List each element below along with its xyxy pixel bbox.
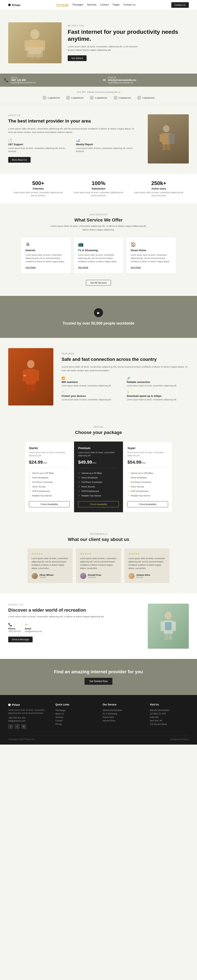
svg-point-7 [163, 125, 170, 132]
packages-tag: PRICING [8, 426, 189, 428]
footer-link-contact[interactable]: Contact [55, 719, 94, 722]
footer-visit-link-0[interactable]: Website Monetization [150, 708, 189, 712]
premium-name: Premium [78, 447, 119, 450]
stat-users-label: Active users [133, 187, 185, 190]
internet-view-detail-link[interactable]: View Detail [26, 266, 36, 269]
contact-image [148, 604, 189, 649]
brand-logo[interactable]: Priver [8, 3, 21, 7]
check-icon: ✓ [29, 480, 31, 484]
hero-email-item[interactable]: ✉ Email Us info@priverowebsite.inc suppo… [98, 73, 197, 87]
service-card-tv: 📺 TV & Streaming Lorem ipsum dolor sit a… [74, 238, 123, 273]
nav-homepage[interactable]: Homepage [56, 3, 69, 6]
testimonials-tag: TESTIMONIALS [8, 533, 189, 535]
footer-logo: Priver [8, 703, 47, 706]
premium-features: ✓Internet up to 50 Mbps ✓Home Broadband … [78, 471, 119, 498]
super-availability-button[interactable]: Check Availability [127, 501, 168, 508]
footer-service-link-0[interactable]: Website Monetization [103, 708, 142, 712]
hero-email-info: Email Us info@priverowebsite.inc support… [108, 76, 136, 84]
see-all-services-button[interactable]: See All Services [86, 280, 111, 286]
footer-link-about[interactable]: About Us [55, 712, 94, 716]
contact-tag: CONTACT US [8, 604, 139, 606]
footer-visit-link-1[interactable]: 123 Main St, NYC [150, 712, 189, 716]
nav-pages[interactable]: Pages [113, 3, 120, 6]
premium-desc: Lorem ipsum dolor sit amet, consectetur … [78, 451, 119, 457]
footer-visit-link-2[interactable]: Suite 500 [150, 716, 189, 719]
play-button[interactable]: ▶ [94, 308, 103, 317]
footer-link-homepage[interactable]: Homepage [55, 708, 94, 712]
featured-point-reliable: 🔗 Reliable connection Lorem ipsum dolor … [127, 377, 189, 387]
svg-rect-11 [163, 145, 166, 150]
starter-availability-button[interactable]: Check Availability [29, 501, 70, 508]
check-icon: ✓ [29, 476, 31, 479]
partner-2-name: Logoipsum [71, 97, 83, 99]
starter-desc: Lorem ipsum dolor sit amet, consectetur … [29, 451, 70, 457]
hero-cta-button[interactable]: Get Started [68, 55, 86, 61]
footer-service-link-3[interactable]: Internet Plans [103, 719, 142, 722]
partner-4-icon [114, 96, 118, 100]
nav-careers[interactable]: Careers [100, 3, 109, 6]
phone-method-value: +987 654 321 [8, 630, 21, 633]
list-item: ✓Internet up to 150 Mbps [29, 471, 70, 475]
super-price: $54.99/mo [127, 460, 168, 465]
super-desc: Lorem ipsum dolor sit amet, consectetur … [127, 451, 168, 457]
testimonial-1-author: Olivia Wilson Designer [32, 573, 69, 579]
hero-person-illustration [22, 26, 47, 59]
tv-view-detail-link[interactable]: View Detail [78, 266, 88, 269]
footer-quicklinks-title: Quick Links [55, 703, 94, 706]
svg-rect-25 [173, 621, 176, 631]
partner-1: Logoipsum [42, 96, 60, 100]
check-icon: ✓ [127, 480, 130, 484]
testimonial-2-text: Lorem ipsum dolor sit amet, consectetur … [80, 557, 117, 570]
hero-image-placeholder [8, 22, 62, 63]
check-icon: ✓ [127, 490, 130, 493]
services-description: Lorem ipsum dolor sit amet, consectetur … [47, 224, 150, 232]
premium-availability-button[interactable]: Check Availability [78, 501, 119, 508]
check-icon: ✓ [127, 472, 130, 474]
partner-4-name: Logoipsum [119, 97, 131, 99]
packages-grid: Starter Lorem ipsum dolor sit amet, cons… [25, 441, 172, 512]
tv-service-desc: Lorem ipsum dolor sit amet, consectetur … [78, 253, 119, 263]
cta-get-started-button[interactable]: Get Started Now [85, 678, 113, 685]
linkedin-social-button[interactable]: in [21, 724, 26, 729]
check-icon: ✓ [78, 490, 80, 493]
nav-services[interactable]: Services [87, 3, 96, 6]
send-message-button[interactable]: Send a Message [8, 636, 33, 642]
footer-email: info@priveroo.com [8, 720, 47, 722]
super-features: ✓Internet up to 1GB Mbps ✓Home Broadband… [127, 471, 168, 498]
stat-satisfaction-desc: Lorem ipsum dolor sit amet, consectetur … [73, 191, 125, 197]
footer-bottom: Copyright © 2022 Privero Inc. Designed b… [8, 735, 189, 740]
hero-section: WE HELP YOU Fast internet for your produ… [0, 10, 197, 87]
testimonial-3-author: Juliana Silva Manager [128, 573, 165, 579]
smarthome-icon: 🏠 [131, 242, 171, 247]
logo-icon [8, 4, 11, 6]
about-more-button[interactable]: More About Us [8, 157, 30, 163]
partners-section: Over 200+ software businesses growing wi… [0, 87, 197, 104]
about-description: Lorem ipsum dolor sit amet, consectetur … [8, 127, 139, 134]
footer-visit-link-3[interactable]: New York, NY [150, 719, 189, 722]
footer-service-link-1[interactable]: TV & Streaming [103, 712, 142, 716]
nav-contact-button[interactable]: Contact Us [171, 2, 189, 8]
list-item: ✓Internet up to 50 Mbps [78, 471, 119, 475]
packages-title: Choose your package [8, 430, 189, 435]
service-card-internet: 🖥 Internet Lorem ipsum dolor sit amet, c… [21, 238, 70, 273]
packages-section: PRICING Choose your package Starter Lore… [0, 416, 197, 523]
facebook-social-button[interactable]: f [8, 724, 13, 729]
smarthome-view-detail-link[interactable]: View Detail [131, 266, 141, 269]
footer-service-link-2[interactable]: Smart Home [103, 716, 142, 719]
nav-contact[interactable]: Contact Us [123, 3, 135, 6]
footer: Priver Lorem ipsum dolor sit amet, conse… [0, 695, 197, 745]
stat-satisfaction-label: Satisfaction [73, 187, 125, 190]
svg-rect-28 [165, 622, 171, 630]
testimonial-1: ★★★★★ Lorem ipsum dolor sit amet, consec… [27, 548, 73, 583]
hero-call-item[interactable]: 📞 Call Us +987 123 456 support@priverowe… [0, 73, 98, 87]
super-name: Super [127, 447, 168, 450]
nav-packages[interactable]: Packages [72, 3, 83, 6]
footer-link-services[interactable]: Services [55, 716, 94, 719]
list-item: ✓DVR Entertainment [127, 489, 168, 493]
hero-description: Lorem ipsum dolor sit amet, consectetur … [68, 45, 138, 52]
twitter-social-button[interactable]: t [15, 724, 20, 729]
protect-icon: 🛡 [62, 391, 123, 394]
footer-visit-link-4[interactable]: 123 Second Street [150, 722, 189, 726]
hero-we-help-label: WE HELP YOU [68, 25, 189, 27]
footer-link-pricing[interactable]: Pricing [55, 722, 94, 726]
